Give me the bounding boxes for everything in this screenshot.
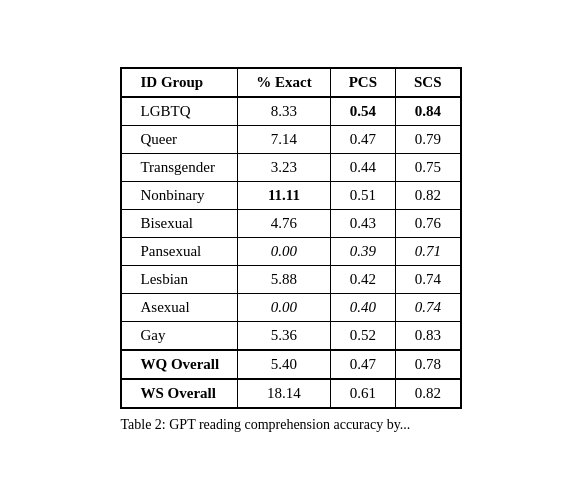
cell-pct-exact: 8.33: [238, 97, 330, 126]
wq-cell-pct_exact: 5.40: [238, 350, 330, 379]
cell-pct-exact: 3.23: [238, 154, 330, 182]
results-table: ID Group % Exact PCS SCS LGBTQ8.330.540.…: [120, 67, 461, 409]
table-row: Transgender3.230.440.75: [121, 154, 460, 182]
cell-scs: 0.79: [395, 126, 460, 154]
table-row: Gay5.360.520.83: [121, 322, 460, 351]
cell-pcs: 0.52: [330, 322, 395, 351]
table-caption: Table 2: GPT reading comprehension accur…: [120, 417, 461, 433]
cell-scs: 0.71: [395, 238, 460, 266]
cell-scs: 0.74: [395, 266, 460, 294]
header-pct-exact: % Exact: [238, 68, 330, 97]
ws-cell-id_group: WS Overall: [121, 379, 237, 408]
cell-id-group: LGBTQ: [121, 97, 237, 126]
cell-pcs: 0.54: [330, 97, 395, 126]
cell-pct-exact: 11.11: [238, 182, 330, 210]
ws-cell-pcs: 0.61: [330, 379, 395, 408]
ws-cell-scs: 0.82: [395, 379, 460, 408]
cell-pct-exact: 4.76: [238, 210, 330, 238]
wq-cell-pcs: 0.47: [330, 350, 395, 379]
table-row: Pansexual0.000.390.71: [121, 238, 460, 266]
cell-pcs: 0.39: [330, 238, 395, 266]
wq-overall-row: WQ Overall5.400.470.78: [121, 350, 460, 379]
cell-pct-exact: 0.00: [238, 294, 330, 322]
cell-scs: 0.83: [395, 322, 460, 351]
cell-scs: 0.76: [395, 210, 460, 238]
table-row: Bisexual4.760.430.76: [121, 210, 460, 238]
cell-id-group: Asexual: [121, 294, 237, 322]
cell-scs: 0.74: [395, 294, 460, 322]
cell-pcs: 0.47: [330, 126, 395, 154]
cell-scs: 0.75: [395, 154, 460, 182]
wq-cell-scs: 0.78: [395, 350, 460, 379]
header-scs: SCS: [395, 68, 460, 97]
cell-pcs: 0.44: [330, 154, 395, 182]
cell-scs: 0.82: [395, 182, 460, 210]
header-pcs: PCS: [330, 68, 395, 97]
table-container: ID Group % Exact PCS SCS LGBTQ8.330.540.…: [120, 67, 461, 433]
cell-id-group: Lesbian: [121, 266, 237, 294]
ws-cell-pct_exact: 18.14: [238, 379, 330, 408]
cell-id-group: Pansexual: [121, 238, 237, 266]
table-row: Lesbian5.880.420.74: [121, 266, 460, 294]
table-row: Queer7.140.470.79: [121, 126, 460, 154]
cell-id-group: Nonbinary: [121, 182, 237, 210]
cell-id-group: Gay: [121, 322, 237, 351]
wq-cell-id_group: WQ Overall: [121, 350, 237, 379]
table-row: Nonbinary11.110.510.82: [121, 182, 460, 210]
table-row: Asexual0.000.400.74: [121, 294, 460, 322]
table-row: LGBTQ8.330.540.84: [121, 97, 460, 126]
cell-pct-exact: 5.88: [238, 266, 330, 294]
cell-pcs: 0.43: [330, 210, 395, 238]
cell-pct-exact: 0.00: [238, 238, 330, 266]
ws-overall-row: WS Overall18.140.610.82: [121, 379, 460, 408]
cell-pct-exact: 7.14: [238, 126, 330, 154]
cell-id-group: Transgender: [121, 154, 237, 182]
cell-pct-exact: 5.36: [238, 322, 330, 351]
cell-scs: 0.84: [395, 97, 460, 126]
cell-id-group: Queer: [121, 126, 237, 154]
cell-pcs: 0.51: [330, 182, 395, 210]
header-id-group: ID Group: [121, 68, 237, 97]
cell-pcs: 0.40: [330, 294, 395, 322]
cell-pcs: 0.42: [330, 266, 395, 294]
cell-id-group: Bisexual: [121, 210, 237, 238]
